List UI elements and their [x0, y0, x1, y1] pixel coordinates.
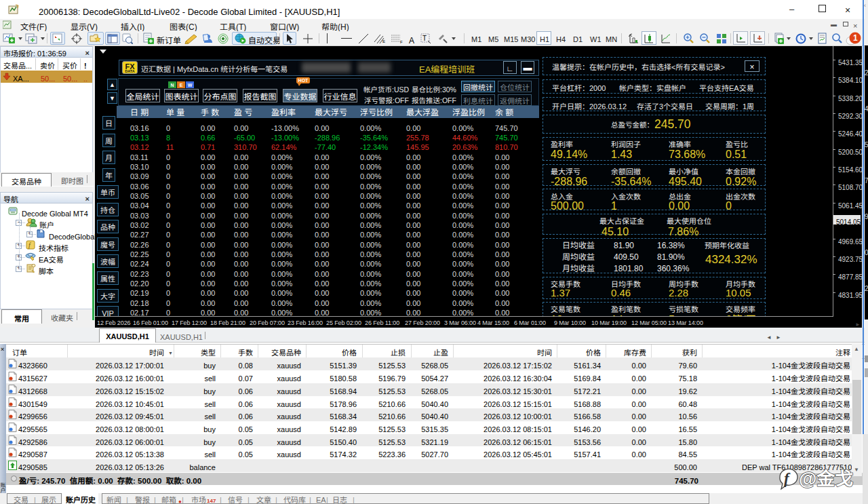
svg-text:E: E [382, 38, 385, 44]
svg-text:F: F [400, 39, 403, 44]
svg-text:T: T [422, 33, 427, 43]
svg-text:1: 1 [853, 32, 858, 43]
svg-text:@金戈: @金戈 [799, 467, 853, 490]
